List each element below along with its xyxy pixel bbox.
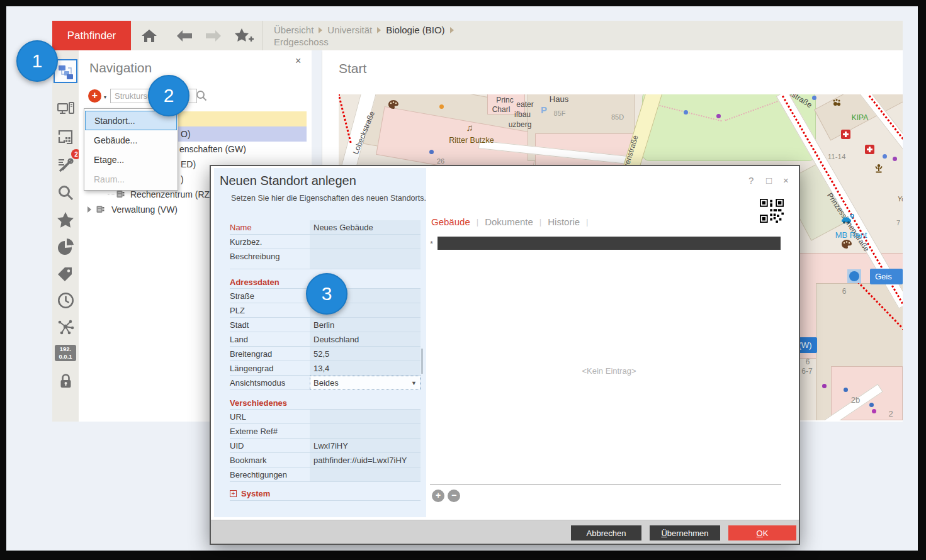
add-button[interactable]: + xyxy=(432,490,444,502)
medical-cross-icon xyxy=(841,130,850,142)
map-label: 85F xyxy=(550,109,569,117)
dropdown-value: Beides xyxy=(313,378,339,388)
close-icon[interactable]: × xyxy=(295,55,301,67)
map-label: eater xyxy=(512,100,538,109)
map-poi-dot xyxy=(844,388,848,392)
favorites-icon xyxy=(57,211,74,228)
dialog-tabs: Gebäude|Dokumente|Historie| xyxy=(431,216,588,227)
map-poi-dot xyxy=(439,104,444,109)
sidebar-item-floorplan[interactable] xyxy=(52,125,79,149)
apply-button[interactable]: Übernehmen xyxy=(650,525,720,540)
sidebar-item-tools[interactable]: 2 xyxy=(52,153,79,177)
sidebar-item-clock[interactable] xyxy=(52,288,79,312)
menu-item-gebäude[interactable]: Gebäude... xyxy=(85,130,177,150)
form-row: AnsichtsmodusBeides▼ xyxy=(230,376,421,390)
field-label: Berechtigungen xyxy=(230,468,310,481)
form-row: NameNeues Gebäude xyxy=(230,220,421,235)
breadcrumb-item-floor[interactable]: Erdgeschoss xyxy=(274,36,329,48)
sidebar-item-workstation[interactable] xyxy=(52,97,79,121)
maximize-icon[interactable]: □ xyxy=(766,175,772,186)
structure-navigation-icon xyxy=(57,63,74,80)
form-row: LandDeutschland xyxy=(230,332,421,347)
breadcrumb-item[interactable]: Universität xyxy=(327,24,372,36)
building-icon xyxy=(116,190,125,200)
cancel-button[interactable]: Abbrechen xyxy=(571,525,641,540)
field-value-bookmark[interactable]: pathfinder://uid=LwxI7iHY xyxy=(310,453,421,467)
menu-item-etage[interactable]: Etage... xyxy=(85,150,177,169)
field-label: Ansichtsmodus xyxy=(230,376,310,389)
app-logo[interactable]: Pathfinder xyxy=(52,21,131,50)
field-value-uid[interactable]: LwxI7iHY xyxy=(310,439,421,452)
expand-icon[interactable]: + xyxy=(230,490,237,497)
field-value-kurzbez-[interactable] xyxy=(310,235,421,249)
sidebar-item-tag[interactable] xyxy=(52,262,79,286)
ok-button[interactable]: OK xyxy=(728,525,796,540)
help-icon[interactable]: ? xyxy=(748,175,754,186)
field-value-url[interactable] xyxy=(310,410,421,423)
map-label: KIPA xyxy=(845,113,875,122)
dialog-footer: AbbrechenÜbernehmenOK xyxy=(211,520,799,544)
back-icon[interactable] xyxy=(176,28,193,43)
sidebar-item-pie-chart[interactable] xyxy=(52,235,79,259)
map-poi-dot xyxy=(812,96,816,100)
building-name-input[interactable] xyxy=(438,237,781,250)
field-value-beschreibung[interactable] xyxy=(310,249,421,269)
tab-historie[interactable]: Historie xyxy=(548,216,580,227)
menu-item-raum[interactable]: Raum... xyxy=(85,169,177,189)
map-poi-dot xyxy=(822,384,827,388)
breadcrumb-item[interactable]: Biologie (BIO) xyxy=(386,24,444,36)
field-label: Breitengrad xyxy=(230,347,310,361)
form-row: Kurzbez. xyxy=(230,235,421,249)
location-properties-form: NameNeues GebäudeKurzbez.BeschreibungAdr… xyxy=(230,220,421,501)
tree-connector xyxy=(108,194,115,194)
chevron-down-icon[interactable]: ▾ xyxy=(104,94,106,100)
breadcrumb-item[interactable]: Übersicht xyxy=(274,24,313,36)
field-label: PLZ xyxy=(230,303,310,317)
breadcrumb-separator-icon xyxy=(450,27,454,33)
home-icon[interactable] xyxy=(140,28,158,43)
form-row: Bookmarkpathfinder://uid=LwxI7iHY xyxy=(230,453,421,468)
map-label: Ritter Butzke xyxy=(437,136,506,145)
remove-button[interactable]: − xyxy=(448,490,460,502)
search-icon[interactable] xyxy=(196,90,207,104)
form-scrollbar[interactable] xyxy=(421,349,423,374)
sidebar-item-ip-badge[interactable]: 192.0.0.1 xyxy=(52,341,79,365)
map-route-line xyxy=(339,94,352,143)
field-value-externe-ref-[interactable] xyxy=(310,424,421,438)
add-favorite-icon[interactable] xyxy=(234,28,255,43)
add-structure-button[interactable]: + xyxy=(88,89,101,103)
list-divider xyxy=(430,484,781,485)
tree-item-label: enschaften (GW) xyxy=(179,144,246,154)
form-section-system[interactable]: +System xyxy=(230,487,421,501)
tab-separator: | xyxy=(586,217,588,227)
sidebar-item-search[interactable] xyxy=(52,181,79,204)
sidebar-item-topology[interactable] xyxy=(52,315,79,339)
map-label: ifbau xyxy=(510,110,535,119)
map-label: 26 xyxy=(433,157,448,165)
topbar-divider xyxy=(263,21,263,50)
field-value-name[interactable]: Neues Gebäude xyxy=(310,220,421,234)
expander-icon[interactable] xyxy=(88,206,91,213)
sidebar-item-lock[interactable] xyxy=(52,369,79,393)
app-topbar: Pathfinder ÜbersichtUniversitätBiologie … xyxy=(52,21,903,50)
form-row: Breitengrad52,5 xyxy=(230,347,421,361)
field-value-stadt[interactable]: Berlin xyxy=(310,318,421,332)
callout-step-3: 3 xyxy=(306,273,347,315)
forward-icon[interactable] xyxy=(205,28,222,43)
form-row: URL xyxy=(230,410,421,424)
close-icon[interactable]: × xyxy=(783,175,789,186)
map-label: 6-7 xyxy=(798,367,816,376)
tab-dokumente[interactable]: Dokumente xyxy=(485,216,533,227)
field-value-land[interactable]: Deutschland xyxy=(310,332,421,346)
sidebar-item-favorites[interactable] xyxy=(52,208,79,232)
field-value-l-ngengrad[interactable]: 13,4 xyxy=(310,361,421,375)
lock-icon xyxy=(57,372,74,389)
field-value-breitengrad[interactable]: 52,5 xyxy=(310,347,421,361)
field-label: Längengrad xyxy=(230,361,310,375)
tools-icon xyxy=(57,157,74,174)
field-value-berechtigungen[interactable] xyxy=(310,468,421,481)
building-icon xyxy=(96,205,104,215)
tab-gebäude[interactable]: Gebäude xyxy=(431,216,470,227)
map-location-marker[interactable] xyxy=(849,271,859,281)
view-mode-dropdown[interactable]: Beides▼ xyxy=(310,376,421,390)
